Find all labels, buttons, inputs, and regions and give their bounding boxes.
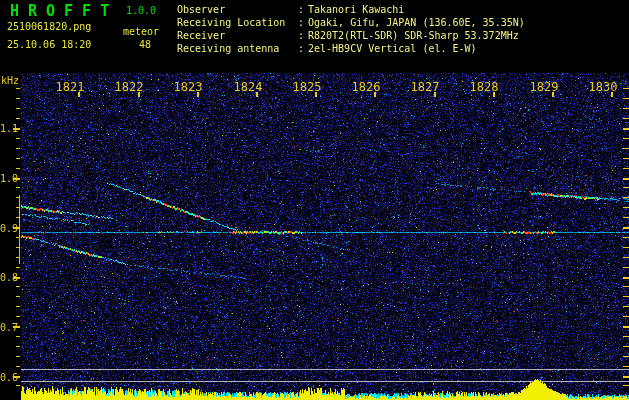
info-label: Receiving antenna: [177, 43, 298, 54]
app-version: 1.0.0: [126, 6, 156, 16]
info-separator: :: [298, 43, 308, 54]
hrofft-window: HROFFT 1.0.0 2510061820.png meteor 25.10…: [0, 0, 629, 400]
info-value: Ogaki, Gifu, JAPAN (136.60E, 35.35N): [308, 17, 525, 28]
info-value: 2el-HB9CV Vertical (el. E-W): [308, 43, 477, 54]
info-row-receiver: Receiver:R820T2(RTL-SDR) SDR-Sharp 53.37…: [177, 30, 519, 41]
mode-label: meteor: [123, 27, 159, 37]
info-row-location: Receiving Location:Ogaki, Gifu, JAPAN (1…: [177, 17, 525, 28]
y-tick-label: 1.0: [0, 173, 17, 184]
spectrogram-canvas: [0, 0, 629, 400]
y-tick-label: 0.8: [0, 272, 17, 283]
x-tick-label: 1827: [411, 80, 440, 94]
y-tick-label: 0.7: [0, 322, 17, 333]
x-tick-label: 1822: [115, 80, 144, 94]
app-title: HROFFT: [10, 4, 118, 19]
info-value: Takanori Kawachi: [308, 4, 404, 15]
info-separator: :: [298, 30, 308, 41]
y-tick-label: 0.9: [0, 223, 17, 234]
info-separator: :: [298, 4, 308, 15]
y-tick-label: 0.6: [0, 372, 17, 383]
x-tick-label: 1828: [470, 80, 499, 94]
echo-count: 48: [139, 40, 151, 50]
datetime: 25.10.06 18:20: [7, 40, 91, 50]
info-row-observer: Observer:Takanori Kawachi: [177, 4, 404, 15]
info-label: Observer: [177, 4, 298, 15]
info-label: Receiver: [177, 30, 298, 41]
filename: 2510061820.png: [7, 22, 91, 32]
x-tick-label: 1830: [589, 80, 618, 94]
info-row-antenna: Receiving antenna:2el-HB9CV Vertical (el…: [177, 43, 477, 54]
info-label: Receiving Location: [177, 17, 298, 28]
x-tick-label: 1829: [530, 80, 559, 94]
y-axis-unit: kHz: [1, 75, 19, 86]
x-tick-label: 1821: [56, 80, 85, 94]
y-tick-label: 1.1: [0, 123, 17, 134]
x-tick-label: 1823: [174, 80, 203, 94]
x-tick-label: 1824: [234, 80, 263, 94]
info-separator: :: [298, 17, 308, 28]
x-tick-label: 1825: [293, 80, 322, 94]
x-tick-label: 1826: [352, 80, 381, 94]
info-value: R820T2(RTL-SDR) SDR-Sharp 53.372MHz: [308, 30, 519, 41]
